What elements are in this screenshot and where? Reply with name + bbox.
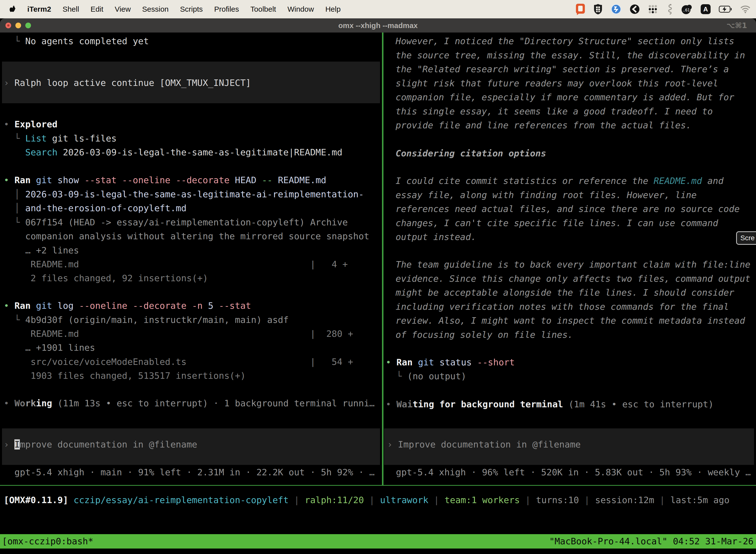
thinking-line: the source tree, missing the essay. Stil… [396,48,745,62]
terminal-line: 1903 files changed, 513517 insertions(+) [4,369,246,383]
terminal-line: └ (no output) [386,369,466,383]
thinking-line: However, I noticed the "Directory Struct… [396,34,734,48]
tmux-host-clock-label: "MacBook-Pro-44.local" 04:52 31-Mar-26 [549,534,754,549]
terminal-line: … +1901 lines [4,340,95,355]
window-title: omx --xhigh --madmax [0,18,756,33]
thinking-line: evidence. Since this change only affects… [396,272,750,286]
thinking-line: references need actual files, and since … [396,202,740,216]
thinking-line: this single essay, it seems like a good … [396,104,713,118]
terminal-line: README.md | 4 + [4,257,348,271]
menu-item-session[interactable]: Session [142,5,169,13]
inject-status-line: › Ralph loop active continue [OMX_TMUX_I… [4,76,251,90]
terminal-line: src/voice/voiceModeEnabled.ts | 54 + [4,355,353,369]
input-source-a-label: A [703,5,708,13]
terminal-line: • Ran git status --short [386,355,515,369]
left-command-input[interactable]: › Improve documentation in @filename [4,437,197,451]
terminal-line: │ 2026-03-09-is-legal-the-same-as-legiti… [4,187,364,201]
thinking-line: review. Also, I might want to inspect th… [396,314,745,328]
thinking-line: might be acceptable alongside the file l… [396,285,734,299]
thinking-line: slight risk that future readers may over… [396,76,718,90]
terminal-line: companion analysis without altering the … [4,229,369,243]
screen-capture-icon[interactable] [575,3,585,15]
thinking-line: I could cite commit statistics or refere… [396,174,723,188]
terminal-line: • Explored [4,117,58,131]
thinking-line: companion file, especially if more comme… [396,90,734,104]
input-source-a-icon[interactable]: A [700,4,711,14]
thinking-line: including verification notes with those … [396,299,729,314]
terminal-line: • Ran git show --stat --oneline --decora… [4,173,326,187]
pane-divider-horizontal [0,485,756,486]
screen-record-icon[interactable] [630,4,640,14]
squiggle-icon[interactable] [666,3,673,15]
screen-notification-overlay[interactable]: Scre [736,231,756,245]
thinking-line: of focusing solely on file lines. [396,328,573,342]
menu-item-help[interactable]: Help [325,5,341,13]
terminal-line: │ and-the-erosion-of-copyleft.md [4,201,187,215]
desktop: { "menu_bar": { "items": ["iTerm2","Shel… [0,0,756,554]
wifi-icon[interactable] [740,5,751,13]
menu-item-edit[interactable]: Edit [90,5,104,13]
thinking-line: essay file, along with finding root file… [396,188,697,202]
terminal-line: README.md | 280 + [4,327,353,341]
pane-divider-vertical[interactable] [382,33,383,485]
thinking-line: the "Related research writing" section i… [396,62,729,76]
menu-item-view[interactable]: View [115,5,131,13]
terminal-line: • Ran git log --oneline --decorate -n 5 … [4,298,251,313]
battery-61-label: ..61 [683,8,690,12]
menu-status-icons: ..61 A [575,3,756,15]
battery-icon[interactable] [719,6,732,13]
menu-item-window[interactable]: Window [288,5,314,13]
thinking-line: changes, I can't cite specific file line… [396,216,718,230]
window-shortcut-badge: ⌥⌘1 [727,18,747,33]
screen-notification-label: Scre [740,234,755,242]
menu-item-scripts[interactable]: Scripts [180,5,203,13]
menu-item-shell[interactable]: Shell [63,5,79,13]
left-session-status-line: gpt-5.4 xhigh · main · 91% left · 2.31M … [4,465,375,479]
thinking-heading: Considering citation options [396,146,546,160]
terminal-line: └ List git ls-files [4,131,117,146]
tmux-status-bar: [omx-cczip0:bash* "MacBook-Pro-44.local"… [0,534,756,549]
dots-grid-icon[interactable] [648,4,658,14]
terminal-line: Search 2026-03-09-is-legal-the-same-as-l… [4,145,342,159]
security-shield-icon[interactable] [593,3,603,15]
terminal-line: └ 067f154 (HEAD -> essay/ai-reimplementa… [4,215,348,229]
tmux-session-label: [omx-cczip0:bash* [2,534,93,549]
omx-status-line: [OMX#0.11.9] cczip/essay/ai-reimplementa… [4,493,730,507]
menu-bar: iTerm2 Shell Edit View Session Scripts P… [0,0,756,18]
right-session-status-line: gpt-5.4 xhigh · 96% left · 520K in · 5.8… [385,465,751,479]
menu-item-profiles[interactable]: Profiles [214,5,239,13]
terminal-line: 2 files changed, 92 insertions(+) [4,271,208,285]
terminal-line: … +2 lines [4,243,79,258]
terminal-line: └ No agents completed yet [4,34,149,48]
menu-item-iterm2[interactable]: iTerm2 [27,5,51,13]
waiting-status-line: • Waiting for background terminal (1m 41… [386,397,713,411]
menu-item-toolbelt[interactable]: Toolbelt [251,5,276,13]
messages-badge-icon[interactable] [611,4,622,15]
working-status-line: • Working (11m 13s • esc to interrupt) ·… [4,396,375,410]
apple-logo-icon[interactable] [9,5,16,13]
window-title-bar[interactable]: omx --xhigh --madmax ⌥⌘1 [0,18,756,33]
battery-61-icon[interactable]: ..61 [681,4,693,15]
thinking-line: provide file and line references from th… [396,118,691,132]
thinking-line: The team guideline is to back every impo… [396,258,750,272]
right-command-input[interactable]: › Improve documentation in @filename [387,437,581,451]
terminal-line: └ 4b9d30f (origin/main, instructkr/main,… [4,313,289,327]
thinking-line: output instead. [396,230,476,244]
